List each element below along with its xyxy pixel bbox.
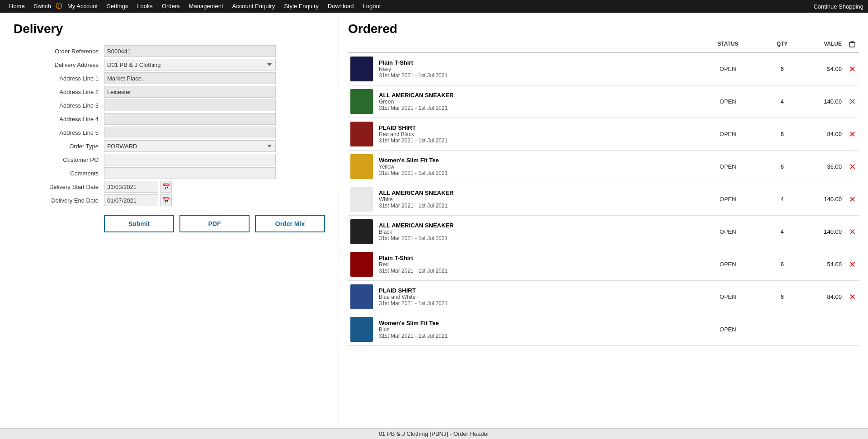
product-info: ALL AMERICAN SNEAKER Green 31st Mar 2021…	[375, 92, 692, 111]
pdf-button[interactable]: PDF	[179, 215, 250, 232]
product-color: Yellow	[379, 164, 692, 170]
delete-item-button[interactable]: ✕	[849, 98, 856, 106]
delivery-panel: Delivery Order Reference Delivery Addres…	[0, 13, 339, 428]
order-img-cell	[348, 219, 375, 244]
product-image	[350, 252, 373, 277]
order-value: 84.00	[800, 293, 845, 300]
delete-item-button[interactable]: ✕	[849, 293, 856, 301]
delete-item-button[interactable]: ✕	[849, 130, 856, 138]
order-type-select[interactable]: FORWARD IMMEDIATE CANCEL	[104, 140, 276, 152]
product-image	[350, 122, 373, 146]
order-status: OPEN	[692, 293, 764, 300]
address-line5-input[interactable]	[104, 127, 276, 138]
delivery-start-date-calendar-btn[interactable]: 📅	[160, 181, 172, 193]
product-color: Navy	[379, 66, 692, 72]
address-line4-label: Address Line 4	[14, 116, 104, 123]
main-container: Delivery Order Reference Delivery Addres…	[0, 13, 868, 428]
nav-settings[interactable]: Settings	[102, 0, 132, 13]
product-color: Black	[379, 229, 692, 235]
customer-po-input[interactable]	[104, 154, 276, 165]
header-status: STATUS	[692, 41, 764, 49]
address-line5-label: Address Line 5	[14, 129, 104, 136]
order-value: 36.00	[800, 163, 845, 170]
order-qty: 4	[764, 196, 800, 203]
address-line4-row: Address Line 4	[14, 113, 325, 125]
nav-switch[interactable]: Switch	[29, 0, 56, 13]
address-line4-input[interactable]	[104, 113, 276, 125]
product-dates: 31st Mar 2021 - 1st Jul 2021	[379, 333, 692, 339]
product-color: Blue	[379, 326, 692, 333]
submit-button[interactable]: Submit	[104, 215, 174, 232]
nav-logout[interactable]: Logout	[359, 0, 386, 13]
address-line3-input[interactable]	[104, 99, 276, 111]
order-img-cell	[348, 284, 375, 309]
delivery-end-date-calendar-btn[interactable]: 📅	[160, 194, 172, 206]
order-img-cell	[348, 317, 375, 342]
nav-myaccount-wrapper: ⓘ My Account	[56, 0, 102, 13]
delivery-start-date-label: Delivery Start Date	[14, 184, 104, 190]
nav-my-account[interactable]: My Account	[63, 0, 102, 13]
product-info: Women's Slim Fit Tee Yellow 31st Mar 202…	[375, 157, 692, 176]
nav-download[interactable]: Download	[323, 0, 359, 13]
order-qty: 6	[764, 66, 800, 72]
delete-item-button[interactable]: ✕	[849, 195, 856, 203]
nav-looks[interactable]: Looks	[132, 0, 157, 13]
delete-item-button[interactable]: ✕	[849, 228, 856, 236]
nav-home[interactable]: Home	[5, 0, 29, 13]
delete-item-button[interactable]: ✕	[849, 65, 856, 73]
order-qty: 6	[764, 293, 800, 300]
ordered-table-header: STATUS QTY VALUE	[348, 41, 859, 53]
product-color: Blue and White	[379, 294, 692, 300]
address-line2-label: Address Line 2	[14, 89, 104, 95]
product-image	[350, 89, 373, 114]
delivery-start-date-row: Delivery Start Date 📅	[14, 181, 325, 193]
nav-management[interactable]: Management	[184, 0, 228, 13]
address-line1-input[interactable]	[104, 72, 276, 84]
order-status: OPEN	[692, 196, 764, 203]
header-value: VALUE	[800, 41, 845, 49]
order-value: 140.00	[800, 228, 845, 235]
product-dates: 31st Mar 2021 - 1st Jul 2021	[379, 235, 692, 241]
nav-orders[interactable]: Orders	[157, 0, 184, 13]
product-image	[350, 57, 373, 81]
ordered-title: Ordered	[348, 22, 859, 36]
table-row: Women's Slim Fit Tee Yellow 31st Mar 202…	[348, 151, 859, 183]
product-name: ALL AMERICAN SNEAKER	[379, 222, 692, 229]
address-line1-row: Address Line 1	[14, 72, 325, 84]
delivery-end-date-label: Delivery End Date	[14, 197, 104, 204]
top-navigation: Home Switch ⓘ My Account Settings Looks …	[0, 0, 868, 13]
delivery-start-date-input[interactable]	[104, 181, 158, 193]
order-img-cell	[348, 187, 375, 212]
address-line2-input[interactable]	[104, 86, 276, 98]
product-image	[350, 284, 373, 309]
order-type-label: Order Type	[14, 143, 104, 150]
order-img-cell	[348, 57, 375, 81]
nav-style-enquiry[interactable]: Style Enquiry	[279, 0, 323, 13]
order-reference-input[interactable]	[104, 45, 276, 57]
delivery-end-date-row: Delivery End Date 📅	[14, 194, 325, 206]
address-line2-row: Address Line 2	[14, 86, 325, 98]
delete-item-button[interactable]: ✕	[849, 163, 856, 171]
comments-input[interactable]	[104, 167, 276, 179]
order-delete-cell: ✕	[845, 195, 859, 203]
order-qty: 4	[764, 98, 800, 105]
order-type-row: Order Type FORWARD IMMEDIATE CANCEL	[14, 140, 325, 152]
order-mix-button[interactable]: Order Mix	[255, 215, 325, 232]
product-color: Green	[379, 99, 692, 105]
order-img-cell	[348, 122, 375, 146]
delivery-address-select[interactable]: D01 PB & J Clothing	[104, 59, 276, 71]
order-status: OPEN	[692, 98, 764, 105]
delete-item-button[interactable]: ✕	[849, 260, 856, 269]
product-dates: 31st Mar 2021 - 1st Jul 2021	[379, 137, 692, 144]
continue-shopping-link[interactable]: Continue Shopping	[813, 3, 863, 10]
product-image	[350, 317, 373, 342]
product-dates: 31st Mar 2021 - 1st Jul 2021	[379, 203, 692, 209]
product-info: PLAID SHIRT Blue and White 31st Mar 2021…	[375, 287, 692, 307]
nav-account-enquiry[interactable]: Account Enquiry	[228, 0, 280, 13]
product-image	[350, 154, 373, 179]
order-status: OPEN	[692, 66, 764, 72]
delivery-end-date-wrapper: 📅	[104, 194, 172, 206]
header-image	[348, 41, 375, 49]
nav-links: Home Switch ⓘ My Account Settings Looks …	[5, 0, 385, 13]
delivery-end-date-input[interactable]	[104, 194, 158, 206]
